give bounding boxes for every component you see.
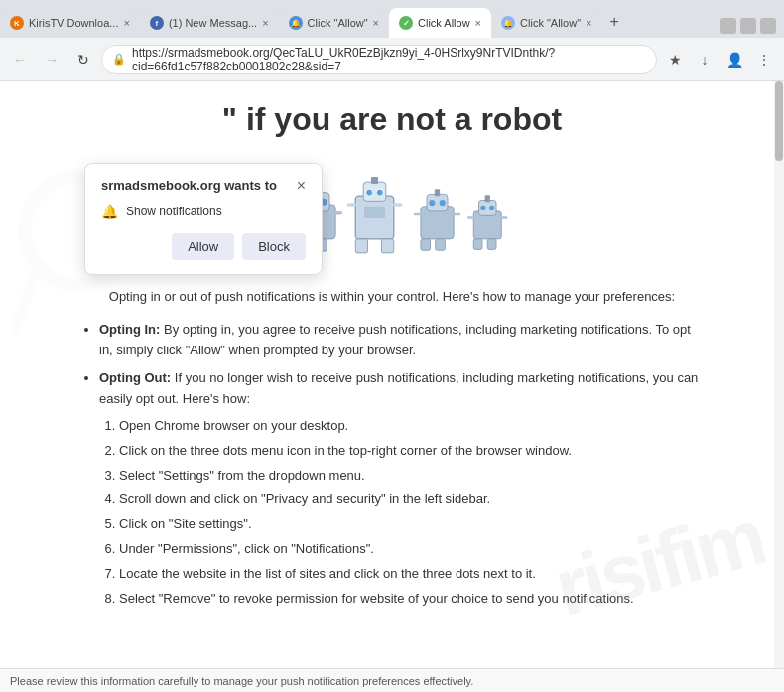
steps-list: Open Chrome browser on your desktop. Cli… bbox=[99, 416, 705, 609]
svg-rect-47 bbox=[500, 216, 507, 219]
svg-rect-22 bbox=[371, 177, 378, 184]
back-button[interactable]: ← bbox=[6, 46, 34, 73]
block-button[interactable]: Block bbox=[242, 233, 306, 260]
popup-buttons: Allow Block bbox=[101, 233, 306, 260]
scrollbar-thumb[interactable] bbox=[775, 81, 783, 161]
address-text: https://srmadsmebook.org/QecTaLU_UkR0EzB… bbox=[132, 46, 646, 73]
forward-button[interactable]: → bbox=[38, 46, 65, 73]
hero-middle: if you are not a robot bbox=[237, 101, 562, 137]
info-section: Opting in or out of push notifications i… bbox=[0, 277, 784, 636]
address-bar[interactable]: 🔒 https://srmadsmebook.org/QecTaLU_UkR0E… bbox=[101, 45, 657, 74]
svg-rect-46 bbox=[467, 216, 474, 219]
tab-label-messages: (1) New Messag... bbox=[169, 17, 257, 29]
svg-point-23 bbox=[366, 189, 373, 196]
svg-point-33 bbox=[429, 200, 435, 206]
tab-messages[interactable]: f (1) New Messag... × bbox=[140, 8, 279, 38]
opting-out-title: Opting Out: bbox=[99, 370, 171, 385]
step-2: Click on the three dots menu icon in the… bbox=[119, 441, 705, 462]
tab-favicon-allow1: 🔔 bbox=[289, 16, 303, 30]
svg-rect-38 bbox=[453, 213, 460, 216]
svg-rect-28 bbox=[347, 203, 357, 207]
svg-point-24 bbox=[376, 189, 383, 196]
step-7: Locate the website in the list of sites … bbox=[119, 564, 705, 585]
step-6: Under "Permissions", click on "Notificat… bbox=[119, 539, 705, 560]
refresh-button[interactable]: ↻ bbox=[69, 46, 97, 73]
opting-in-title: Opting In: bbox=[99, 322, 160, 337]
popup-header: srmadsmebook.org wants to × bbox=[101, 178, 306, 194]
bell-icon: 🔔 bbox=[101, 204, 118, 219]
lock-icon: 🔒 bbox=[112, 53, 126, 66]
step-8: Select "Remove" to revoke permission for… bbox=[119, 589, 705, 610]
svg-point-42 bbox=[480, 206, 485, 210]
opting-out-text: If you no longer wish to receive push no… bbox=[99, 370, 698, 406]
hero-section: " if you are not a robot bbox=[0, 81, 784, 158]
new-tab-button[interactable]: + bbox=[601, 13, 626, 31]
notification-text: Show notifications bbox=[126, 205, 222, 218]
opting-in-item: Opting In: By opting in, you agree to re… bbox=[99, 320, 705, 361]
svg-rect-26 bbox=[355, 239, 367, 253]
popup-title: srmadsmebook.org wants to bbox=[101, 178, 277, 193]
popup-close-button[interactable]: × bbox=[297, 178, 306, 194]
tab-favicon-messages: f bbox=[150, 16, 164, 30]
minimize-button[interactable] bbox=[720, 18, 736, 34]
tab-label-allow1: Click "Allow" bbox=[308, 17, 368, 29]
tab-close-active[interactable]: × bbox=[475, 17, 481, 29]
tab-favicon-allow2: 🔔 bbox=[501, 16, 515, 30]
scrollbar[interactable] bbox=[774, 81, 784, 668]
browser-frame: K KirisTV Downloa... × f (1) New Messag.… bbox=[0, 0, 784, 692]
maximize-button[interactable] bbox=[740, 18, 756, 34]
tab-label-kiristv: KirisTV Downloa... bbox=[29, 17, 118, 29]
tab-click-allow-active[interactable]: ✓ Click Allow × bbox=[389, 8, 491, 38]
tab-label-allow2: Click "Allow" bbox=[520, 17, 581, 29]
tab-bar: K KirisTV Downloa... × f (1) New Messag.… bbox=[0, 0, 784, 38]
svg-rect-36 bbox=[436, 239, 446, 250]
step-4: Scroll down and click on "Privacy and se… bbox=[119, 489, 705, 510]
svg-rect-27 bbox=[382, 239, 394, 253]
svg-point-34 bbox=[440, 200, 446, 206]
info-list: Opting In: By opting in, you agree to re… bbox=[79, 320, 705, 610]
hero-text: " if you are not a robot bbox=[40, 101, 744, 138]
toolbar-icons: ★ ↓ 👤 ⋮ bbox=[661, 46, 778, 73]
menu-button[interactable]: ⋮ bbox=[750, 46, 778, 73]
tab-close-allow2[interactable]: × bbox=[586, 17, 591, 29]
svg-rect-35 bbox=[421, 239, 431, 250]
tab-click-allow-1[interactable]: 🔔 Click "Allow" × bbox=[279, 8, 389, 38]
tab-click-allow-2[interactable]: 🔔 Click "Allow" × bbox=[491, 8, 601, 38]
info-intro: Opting in or out of push notifications i… bbox=[79, 287, 705, 308]
tab-close-messages[interactable]: × bbox=[262, 17, 268, 29]
download-button[interactable]: ↓ bbox=[691, 46, 719, 73]
status-text: Please review this information carefully… bbox=[10, 675, 473, 687]
tab-favicon-active: ✓ bbox=[399, 16, 413, 30]
allow-button[interactable]: Allow bbox=[172, 233, 234, 260]
close-button[interactable] bbox=[760, 18, 776, 34]
step-1: Open Chrome browser on your desktop. bbox=[119, 416, 705, 437]
svg-point-43 bbox=[489, 206, 494, 210]
svg-rect-32 bbox=[435, 189, 440, 196]
svg-rect-25 bbox=[364, 207, 385, 218]
tab-favicon-kiristv: K bbox=[10, 16, 24, 30]
svg-rect-19 bbox=[334, 211, 342, 215]
svg-rect-44 bbox=[473, 239, 482, 250]
popup-body: 🔔 Show notifications bbox=[101, 204, 306, 219]
step-5: Click on "Site settings". bbox=[119, 514, 705, 535]
svg-rect-29 bbox=[393, 203, 403, 207]
notification-popup: srmadsmebook.org wants to × 🔔 Show notif… bbox=[84, 163, 323, 275]
profile-button[interactable]: 👤 bbox=[720, 46, 748, 73]
opting-in-text: By opting in, you agree to receive push … bbox=[99, 322, 691, 357]
page-content-wrapper: srmadsmebook.org wants to × 🔔 Show notif… bbox=[0, 81, 784, 668]
hero-quote: " bbox=[222, 101, 237, 137]
tab-kiristv[interactable]: K KirisTV Downloa... × bbox=[0, 8, 140, 38]
tab-close-allow1[interactable]: × bbox=[373, 17, 379, 29]
step-3: Select "Settings" from the dropdown menu… bbox=[119, 466, 705, 486]
status-bar: Please review this information carefully… bbox=[0, 668, 784, 692]
opting-out-item: Opting Out: If you no longer wish to rec… bbox=[99, 368, 705, 609]
svg-rect-41 bbox=[485, 195, 490, 202]
svg-rect-45 bbox=[487, 239, 496, 250]
tab-label-active: Click Allow bbox=[418, 17, 470, 29]
bookmark-button[interactable]: ★ bbox=[661, 46, 689, 73]
svg-rect-37 bbox=[414, 213, 422, 216]
tab-close-kiristv[interactable]: × bbox=[123, 17, 129, 29]
toolbar: ← → ↻ 🔒 https://srmadsmebook.org/QecTaLU… bbox=[0, 38, 784, 81]
